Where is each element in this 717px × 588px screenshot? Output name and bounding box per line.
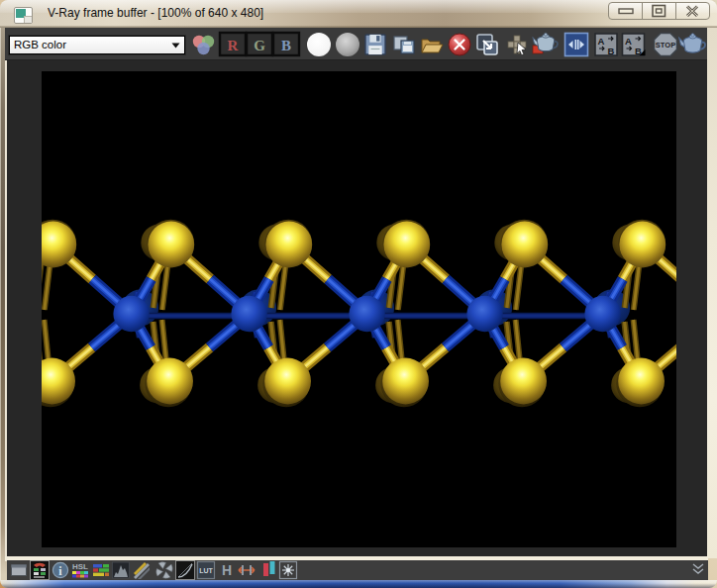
svg-text:HSL: HSL — [72, 562, 88, 571]
svg-text:STOP: STOP — [656, 41, 675, 49]
svg-text:B: B — [281, 38, 291, 53]
svg-text:A: A — [598, 36, 605, 47]
svg-text:R: R — [228, 38, 239, 53]
svg-text:B: B — [608, 46, 615, 56]
svg-text:G: G — [254, 38, 265, 53]
svg-text:LUT: LUT — [199, 567, 213, 574]
svg-text:A: A — [625, 36, 632, 47]
svg-text:H: H — [222, 562, 232, 578]
